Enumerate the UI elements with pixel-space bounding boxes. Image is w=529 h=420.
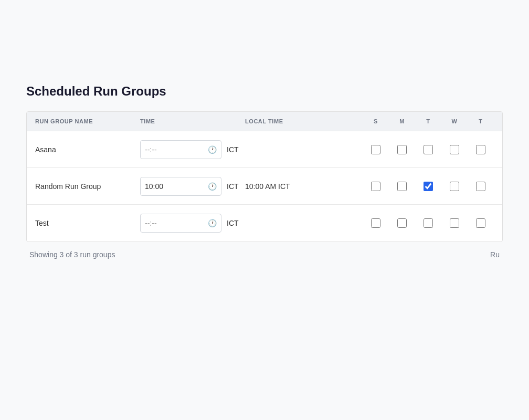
checkbox-w-test[interactable] <box>441 218 468 228</box>
time-placeholder-asana: --:-- <box>145 145 157 154</box>
checkbox-w-asana[interactable] <box>441 145 468 154</box>
header-s: S <box>363 118 389 124</box>
checkbox-tuesday-test[interactable] <box>424 218 433 228</box>
checkbox-s-asana[interactable] <box>363 145 389 154</box>
checkbox-wednesday-random[interactable] <box>450 182 459 191</box>
header-time: TIME <box>140 118 245 124</box>
time-value-random: 10:00 <box>145 182 163 191</box>
row-name-random-run-group: Random Run Group <box>35 182 140 191</box>
time-field-test[interactable]: --:-- 🕐 <box>140 214 221 233</box>
time-field-random[interactable]: 10:00 🕐 <box>140 177 221 196</box>
clock-icon-test: 🕐 <box>208 219 217 227</box>
checkbox-m-asana[interactable] <box>389 145 415 154</box>
checkbox-s-test[interactable] <box>363 218 389 228</box>
checkbox-tuesday-random[interactable] <box>424 182 433 191</box>
checkbox-t-asana[interactable] <box>415 145 441 154</box>
checkbox-t2-asana[interactable] <box>468 145 494 154</box>
timezone-asana: ICT <box>227 145 239 154</box>
time-input-wrapper-random: 10:00 🕐 ICT <box>140 177 245 196</box>
checkbox-sunday-test[interactable] <box>371 218 380 228</box>
checkbox-m-test[interactable] <box>389 218 415 228</box>
time-input-wrapper-asana: --:-- 🕐 ICT <box>140 140 245 159</box>
clock-icon-asana: 🕐 <box>208 145 217 154</box>
page-title: Scheduled Run Groups <box>26 84 508 99</box>
footer-showing-text: Showing 3 of 3 run groups <box>29 250 115 259</box>
checkbox-sunday-asana[interactable] <box>371 145 380 154</box>
clock-icon-random: 🕐 <box>208 182 217 191</box>
checkbox-t-test[interactable] <box>415 218 441 228</box>
row-name-test: Test <box>35 219 140 227</box>
time-field-asana[interactable]: --:-- 🕐 <box>140 140 221 159</box>
checkbox-tuesday-asana[interactable] <box>424 145 433 154</box>
checkbox-sunday-random[interactable] <box>371 182 380 191</box>
checkbox-t-random[interactable] <box>415 182 441 191</box>
checkbox-thursday-random[interactable] <box>476 182 485 191</box>
time-input-wrapper-test: --:-- 🕐 ICT <box>140 214 245 233</box>
header-local-time: LOCAL TIME <box>245 118 350 124</box>
header-w: W <box>441 118 468 124</box>
checkbox-thursday-asana[interactable] <box>476 145 485 154</box>
checkbox-w-random[interactable] <box>441 182 468 191</box>
table-footer: Showing 3 of 3 run groups Ru <box>21 242 508 267</box>
row-name-asana: Asana <box>35 145 140 154</box>
table-row: Test --:-- 🕐 ICT <box>27 205 502 242</box>
checkbox-monday-test[interactable] <box>397 218 407 228</box>
header-spacer <box>350 118 363 124</box>
footer-right-text: Ru <box>490 250 500 259</box>
table-header: RUN GROUP NAME TIME LOCAL TIME S M T W T <box>27 112 502 131</box>
table-row: Random Run Group 10:00 🕐 ICT 10:00 AM IC… <box>27 168 502 205</box>
header-run-group-name: RUN GROUP NAME <box>35 118 140 124</box>
checkbox-m-random[interactable] <box>389 182 415 191</box>
scheduled-run-groups-table: RUN GROUP NAME TIME LOCAL TIME S M T W T… <box>26 111 503 242</box>
checkbox-thursday-test[interactable] <box>476 218 485 228</box>
checkbox-t2-test[interactable] <box>468 218 494 228</box>
timezone-test: ICT <box>227 219 239 227</box>
header-t1: T <box>415 118 441 124</box>
time-placeholder-test: --:-- <box>145 219 157 227</box>
local-time-random: 10:00 AM ICT <box>245 182 350 191</box>
checkbox-wednesday-asana[interactable] <box>450 145 459 154</box>
header-t2: T <box>468 118 494 124</box>
checkbox-wednesday-test[interactable] <box>450 218 459 228</box>
header-m: M <box>389 118 415 124</box>
checkbox-t2-random[interactable] <box>468 182 494 191</box>
timezone-random: ICT <box>227 182 239 191</box>
checkbox-monday-random[interactable] <box>397 182 407 191</box>
checkbox-monday-asana[interactable] <box>397 145 407 154</box>
checkbox-s-random[interactable] <box>363 182 389 191</box>
table-row: Asana --:-- 🕐 ICT <box>27 131 502 168</box>
